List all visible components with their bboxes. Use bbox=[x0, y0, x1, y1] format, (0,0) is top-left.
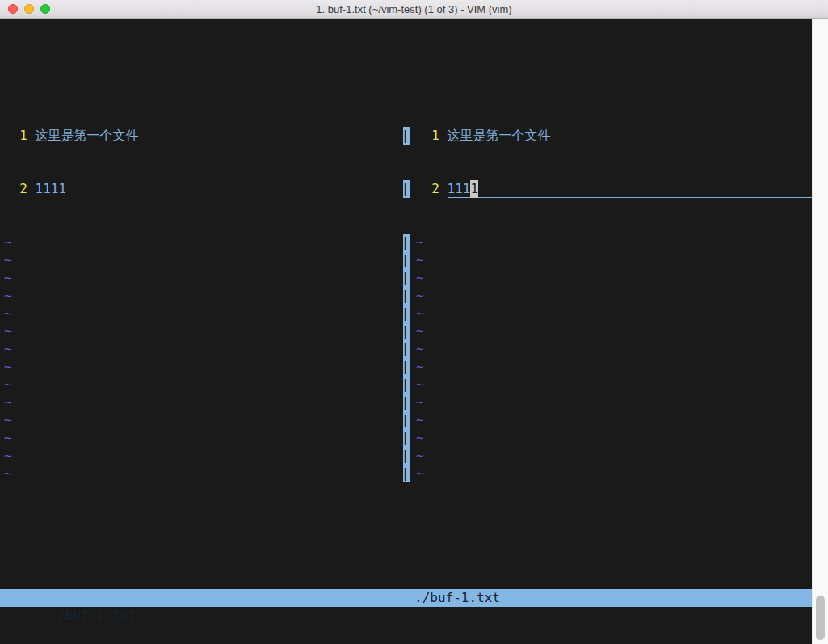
terminal-screen: 1 这里是第一个文件 | 1 这里是第一个文件 2 1111 | 2 1111 bbox=[0, 19, 812, 644]
filler-row: ~|~ bbox=[0, 234, 812, 251]
tilde-marker: ~ bbox=[4, 376, 12, 394]
cursor-block: 1 bbox=[470, 180, 478, 198]
statusline-split[interactable]: ./buf-1.txt ./buf-1.txt bbox=[0, 589, 812, 607]
separator-glyph: | bbox=[403, 411, 409, 429]
window-titlebar[interactable]: 1. buf-1.txt (~/vim-test) (1 of 3) - VIM… bbox=[0, 0, 828, 19]
empty-line: ~ bbox=[0, 234, 403, 251]
vertical-split-separator[interactable]: | bbox=[403, 305, 410, 322]
tilde-marker: ~ bbox=[416, 447, 424, 465]
buffer-line-row: 2 1111 | 2 1111 bbox=[0, 180, 812, 198]
separator-glyph: | bbox=[403, 429, 409, 447]
filler-row: ~|~ bbox=[0, 251, 812, 269]
vertical-split-separator[interactable]: | bbox=[403, 411, 410, 429]
vertical-split-separator[interactable]: | bbox=[403, 269, 410, 287]
empty-line: ~ bbox=[410, 322, 812, 340]
empty-line: ~ bbox=[0, 358, 403, 376]
vertical-split-separator[interactable]: | bbox=[403, 429, 410, 447]
scrollbar-thumb[interactable] bbox=[816, 596, 825, 640]
separator-glyph: | bbox=[403, 180, 409, 198]
tilde-marker: ~ bbox=[4, 394, 12, 411]
empty-line: ~ bbox=[410, 234, 812, 251]
vertical-split-separator[interactable]: | bbox=[403, 251, 410, 269]
empty-line: ~ bbox=[410, 394, 812, 411]
empty-line: ~ bbox=[0, 322, 403, 340]
tilde-marker: ~ bbox=[4, 447, 12, 465]
tilde-marker: ~ bbox=[4, 251, 12, 269]
line-number: 2 bbox=[4, 180, 27, 198]
separator-glyph: | bbox=[403, 394, 409, 411]
empty-line: ~ bbox=[0, 376, 403, 394]
window-title: 1. buf-1.txt (~/vim-test) (1 of 3) - VIM… bbox=[0, 0, 828, 19]
separator-glyph: | bbox=[403, 358, 409, 376]
vertical-split-separator[interactable]: | bbox=[403, 376, 410, 394]
vertical-split-separator[interactable]: | bbox=[403, 127, 410, 145]
vertical-split-separator[interactable]: | bbox=[403, 394, 410, 411]
filler-row: ~|~ bbox=[0, 376, 812, 394]
tilde-marker: ~ bbox=[416, 429, 424, 447]
empty-line: ~ bbox=[410, 376, 812, 394]
empty-line: ~ bbox=[0, 287, 403, 305]
vertical-split-separator[interactable]: | bbox=[403, 234, 410, 251]
empty-line: ~ bbox=[0, 269, 403, 287]
separator-glyph: | bbox=[403, 127, 409, 145]
filler-row: ~|~ bbox=[0, 465, 812, 482]
empty-line: ~ bbox=[410, 287, 812, 305]
tilde-marker: ~ bbox=[416, 376, 424, 394]
tilde-marker: ~ bbox=[416, 340, 424, 358]
filler-row: ~|~ bbox=[0, 322, 812, 340]
top-split-filler: ~|~~|~~|~~|~~|~~|~~|~~|~~|~~|~~|~~|~~|~~… bbox=[0, 234, 812, 482]
line-number: 1 bbox=[416, 127, 439, 145]
top-left-pane-line-1: 1 这里是第一个文件 bbox=[0, 127, 403, 145]
tilde-marker: ~ bbox=[416, 269, 424, 287]
line-text: 1111 bbox=[36, 180, 67, 198]
line-text: 这里是第一个文件 bbox=[448, 127, 551, 145]
empty-line: ~ bbox=[0, 411, 403, 429]
separator-glyph: | bbox=[403, 269, 409, 287]
separator-glyph: | bbox=[403, 305, 409, 322]
filler-row: ~|~ bbox=[0, 394, 812, 411]
vertical-split-separator[interactable]: | bbox=[403, 465, 410, 482]
statusline-right-filename: ./buf-1.txt bbox=[414, 589, 500, 607]
top-split-panes[interactable]: 1 这里是第一个文件 | 1 这里是第一个文件 2 1111 | 2 1111 bbox=[0, 91, 812, 518]
empty-line: ~ bbox=[0, 340, 403, 358]
separator-glyph: | bbox=[403, 251, 409, 269]
separator-glyph: | bbox=[403, 447, 409, 465]
vertical-split-separator[interactable]: | bbox=[403, 447, 410, 465]
line-text: 这里是第一个文件 bbox=[36, 127, 139, 145]
filler-row: ~|~ bbox=[0, 429, 812, 447]
empty-line: ~ bbox=[410, 358, 812, 376]
line-number: 1 bbox=[4, 127, 27, 145]
empty-line: ~ bbox=[410, 465, 812, 482]
filler-row: ~|~ bbox=[0, 358, 812, 376]
tilde-marker: ~ bbox=[4, 340, 12, 358]
tilde-marker: ~ bbox=[4, 411, 12, 429]
vertical-split-separator[interactable]: | bbox=[403, 340, 410, 358]
separator-glyph: | bbox=[403, 322, 409, 340]
filler-row: ~|~ bbox=[0, 411, 812, 429]
empty-line: ~ bbox=[0, 447, 403, 465]
separator-glyph: | bbox=[403, 376, 409, 394]
empty-line: ~ bbox=[0, 465, 403, 482]
cursor-line: 1111 bbox=[448, 180, 812, 198]
tilde-marker: ~ bbox=[416, 411, 424, 429]
top-left-pane-line-2: 2 1111 bbox=[0, 180, 403, 198]
vertical-split-separator[interactable]: | bbox=[403, 287, 410, 305]
scrollbar-track[interactable] bbox=[812, 19, 828, 644]
empty-line: ~ bbox=[410, 269, 812, 287]
vertical-split-separator[interactable]: | bbox=[403, 358, 410, 376]
separator-glyph: | bbox=[403, 340, 409, 358]
tilde-marker: ~ bbox=[416, 394, 424, 411]
empty-line: ~ bbox=[410, 305, 812, 322]
line-number: 2 bbox=[416, 180, 439, 198]
vertical-split-separator[interactable]: | bbox=[403, 180, 410, 198]
top-right-pane-line-2-active: 2 1111 bbox=[410, 180, 812, 198]
empty-line: ~ bbox=[410, 447, 812, 465]
separator-glyph: | bbox=[403, 287, 409, 305]
empty-line: ~ bbox=[0, 429, 403, 447]
tilde-marker: ~ bbox=[4, 234, 12, 251]
tilde-marker: ~ bbox=[4, 287, 12, 305]
tilde-marker: ~ bbox=[4, 358, 12, 376]
vertical-split-separator[interactable]: | bbox=[403, 322, 410, 340]
tilde-marker: ~ bbox=[4, 465, 12, 482]
separator-glyph: | bbox=[403, 234, 409, 251]
